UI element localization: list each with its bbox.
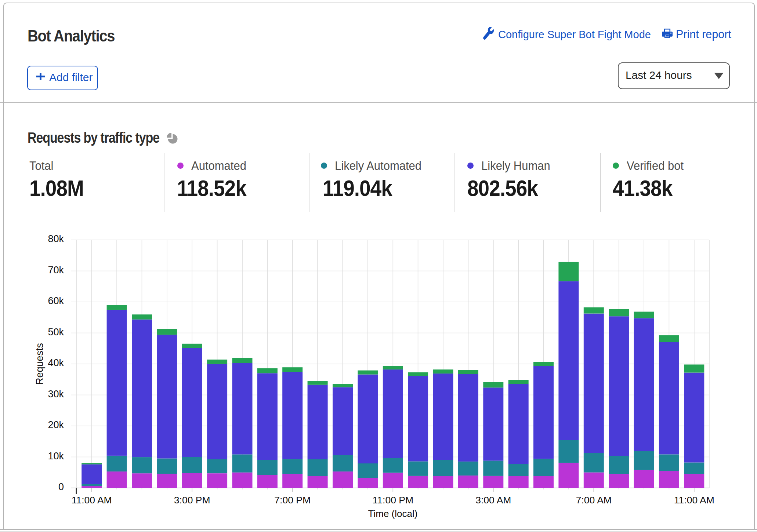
svg-text:30k: 30k bbox=[48, 389, 64, 400]
svg-text:7:00 PM: 7:00 PM bbox=[274, 495, 311, 506]
svg-text:50k: 50k bbox=[48, 327, 64, 338]
svg-text:7:00 AM: 7:00 AM bbox=[576, 495, 612, 506]
svg-text:3:00 PM: 3:00 PM bbox=[174, 495, 210, 506]
svg-text:11:00 AM: 11:00 AM bbox=[72, 495, 112, 506]
svg-text:3:00 AM: 3:00 AM bbox=[475, 495, 511, 506]
svg-text:Requests: Requests bbox=[34, 343, 45, 385]
svg-text:60k: 60k bbox=[48, 295, 64, 306]
svg-text:11:00 PM: 11:00 PM bbox=[373, 495, 413, 506]
svg-text:20k: 20k bbox=[48, 419, 64, 430]
svg-text:40k: 40k bbox=[48, 357, 64, 368]
svg-text:80k: 80k bbox=[48, 233, 64, 244]
svg-text:70k: 70k bbox=[48, 265, 64, 276]
svg-text:11:00 AM: 11:00 AM bbox=[674, 495, 714, 506]
svg-text:Time (local): Time (local) bbox=[368, 508, 418, 519]
svg-text:10k: 10k bbox=[48, 451, 64, 462]
svg-text:0: 0 bbox=[58, 481, 64, 492]
